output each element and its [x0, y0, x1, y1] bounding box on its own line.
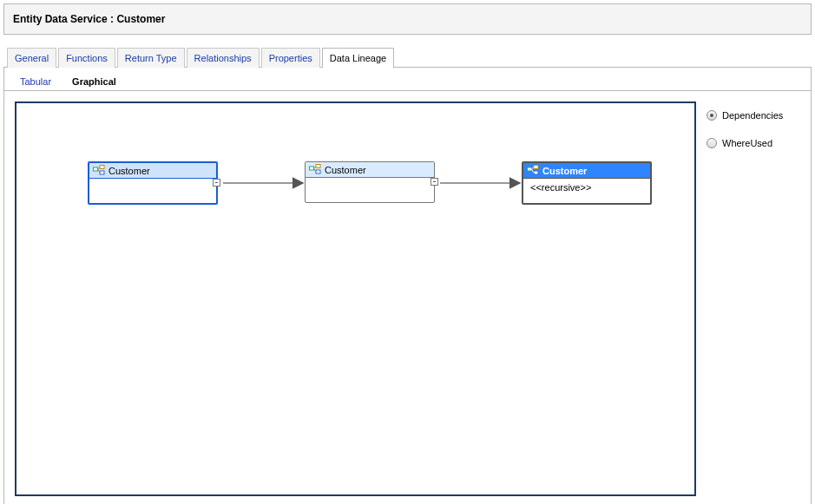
radio-icon	[707, 138, 717, 148]
subtab-graphical[interactable]: Graphical	[65, 73, 123, 90]
expand-handle-icon[interactable]	[431, 178, 438, 186]
entity-icon	[93, 165, 105, 177]
svg-rect-6	[316, 164, 320, 167]
node-body	[89, 179, 216, 203]
node-body	[306, 178, 434, 202]
svg-rect-8	[528, 167, 532, 171]
tab-general[interactable]: General	[7, 48, 56, 68]
lineage-container: Customer Customer	[3, 91, 812, 504]
svg-rect-5	[310, 167, 314, 170]
tab-relationships[interactable]: Relationships	[187, 48, 260, 68]
radio-dependencies[interactable]: Dependencies	[707, 110, 797, 121]
entity-icon	[527, 165, 539, 177]
node-header: Customer	[523, 163, 650, 179]
expand-handle-icon[interactable]	[213, 179, 220, 187]
radio-label: Dependencies	[722, 110, 783, 121]
node-body: <<recursive>>	[523, 179, 650, 203]
subtab-tabular[interactable]: Tabular	[13, 73, 58, 90]
svg-rect-10	[534, 171, 538, 174]
lineage-node-intermediate[interactable]: Customer	[305, 161, 435, 203]
view-options-panel: Dependencies WhereUsed	[696, 101, 800, 496]
node-header: Customer	[306, 162, 434, 178]
node-label: Customer	[325, 165, 366, 175]
page-title-panel: Entity Data Service : Customer	[3, 3, 812, 35]
svg-rect-3	[100, 165, 104, 168]
svg-rect-9	[534, 165, 538, 168]
tab-properties[interactable]: Properties	[261, 48, 320, 68]
svg-rect-2	[94, 167, 98, 171]
node-header: Customer	[89, 163, 216, 179]
entity-icon	[309, 164, 321, 176]
lineage-diagram[interactable]: Customer Customer	[15, 101, 696, 496]
svg-rect-4	[100, 171, 104, 174]
svg-rect-7	[316, 170, 320, 173]
node-label: Customer	[108, 166, 150, 176]
radio-whereused[interactable]: WhereUsed	[707, 138, 797, 148]
tab-return-type[interactable]: Return Type	[117, 48, 185, 68]
node-label: Customer	[542, 166, 587, 176]
lineage-node-source[interactable]: Customer	[88, 161, 218, 205]
radio-icon	[707, 110, 717, 121]
radio-label: WhereUsed	[722, 138, 772, 148]
secondary-tab-bar: Tabular Graphical	[3, 68, 812, 91]
lineage-node-target[interactable]: Customer <<recursive>>	[522, 161, 652, 205]
tab-functions[interactable]: Functions	[58, 48, 115, 68]
primary-tab-bar: General Functions Return Type Relationsh…	[3, 47, 812, 68]
page-title: Entity Data Service : Customer	[13, 13, 165, 25]
tab-data-lineage[interactable]: Data Lineage	[322, 48, 394, 68]
